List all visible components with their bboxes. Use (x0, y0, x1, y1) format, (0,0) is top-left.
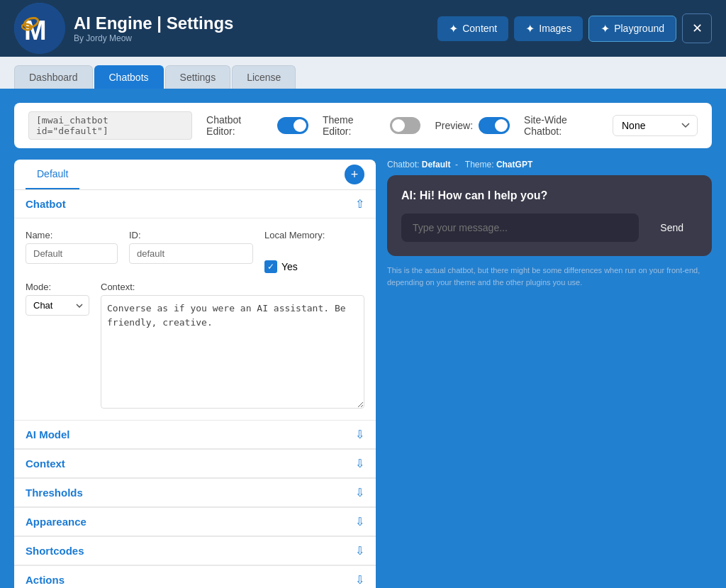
inner-tab-default[interactable]: Default (26, 160, 79, 189)
appearance-section-header[interactable]: Appareance ⇩ (14, 508, 376, 536)
shortcodes-title: Shortcodes (26, 545, 84, 557)
preview-knob (495, 119, 508, 132)
ai-model-chevron-icon: ⇩ (355, 428, 364, 441)
ai-greeting: AI: Hi! How can I help you? (401, 189, 698, 202)
content-nav-label: Content (462, 23, 497, 34)
shortcodes-chevron-icon: ⇩ (355, 544, 364, 558)
appearance-chevron-icon: ⇩ (355, 515, 364, 528)
playground-star-icon: ✦ (601, 22, 610, 35)
site-wide-select[interactable]: None (613, 115, 698, 136)
actions-section-header[interactable]: Actions ⇩ (14, 566, 376, 588)
content-nav-button[interactable]: ✦ Content (437, 16, 508, 41)
context-section-header[interactable]: Context ⇩ (14, 450, 376, 478)
context-textarea[interactable]: Converse as if you were an AI assistant.… (101, 295, 364, 409)
name-input[interactable] (26, 243, 118, 264)
local-memory-checkbox[interactable]: ✓ (264, 260, 277, 273)
thresholds-section: Thresholds ⇩ (14, 478, 376, 507)
local-memory-group: Local Memory: ✓ Yes (264, 230, 325, 273)
header-nav: ✦ Content ✦ Images ✦ Playground ✕ (437, 13, 712, 43)
name-label: Name: (26, 230, 118, 240)
ai-model-section: AI Model ⇩ (14, 420, 376, 449)
shortcodes-section: Shortcodes ⇩ (14, 536, 376, 565)
chatbot-editor-knob (294, 119, 306, 132)
logo-text: AI Engine | Settings By Jordy Meow (74, 13, 233, 43)
tab-dashboard[interactable]: Dashboard (14, 65, 93, 89)
context-chevron-icon: ⇩ (355, 457, 364, 470)
context-label: Context: (101, 282, 364, 292)
images-star-icon: ✦ (525, 22, 535, 35)
chat-preview: AI: Hi! How can I help you? Send (387, 175, 712, 256)
chatbot-section-title: Chatbot (26, 198, 66, 210)
preview-toggle-group: Preview: (435, 117, 510, 134)
tab-license[interactable]: License (232, 65, 296, 89)
appearance-section: Appareance ⇩ (14, 507, 376, 536)
id-group: ID: (129, 230, 253, 264)
ai-model-title: AI Model (26, 428, 70, 440)
shortcode-tag: [mwai_chatbot id="default"] (28, 111, 192, 140)
send-label: Send (660, 222, 683, 233)
content-star-icon: ✦ (449, 22, 458, 35)
id-input[interactable] (129, 243, 253, 264)
chatbot-editor-label: Chatbot Editor: (206, 114, 272, 137)
chatbot-section-content: Name: ID: Local Memory: ✓ Yes (14, 218, 376, 420)
theme-editor-label: Theme Editor: (323, 114, 384, 137)
logo-area: M AI Engine | Settings By Jordy Meow (14, 3, 233, 54)
chatbot-info-label: Chatbot: (387, 160, 419, 170)
app-title: AI Engine | Settings (74, 13, 233, 33)
theme-info-label: Theme: (465, 160, 494, 170)
local-memory-yes-label: Yes (281, 261, 298, 272)
appearance-title: Appareance (26, 516, 86, 528)
tab-settings[interactable]: Settings (165, 65, 231, 89)
thresholds-section-header[interactable]: Thresholds ⇩ (14, 479, 376, 507)
context-section: Context ⇩ (14, 449, 376, 478)
chatbot-editor-toggle-group: Chatbot Editor: (206, 114, 308, 137)
main-content: [mwai_chatbot id="default"] Chatbot Edit… (0, 89, 726, 588)
theme-editor-knob (392, 119, 405, 132)
preview-label: Preview: (435, 120, 473, 131)
thresholds-chevron-icon: ⇩ (355, 486, 364, 499)
right-panel: Chatbot: Default - Theme: ChatGPT AI: Hi… (387, 160, 712, 588)
chatbot-editor-toggle[interactable] (277, 117, 308, 134)
app-subtitle: By Jordy Meow (74, 33, 233, 43)
close-icon: ✕ (692, 21, 703, 36)
logo-icon: M (14, 3, 65, 54)
send-button[interactable]: Send (646, 215, 698, 240)
images-nav-button[interactable]: ✦ Images (514, 16, 583, 41)
left-panel: Default + Chatbot ⇧ Name: (14, 160, 376, 588)
actions-chevron-icon: ⇩ (355, 573, 364, 587)
add-chatbot-button[interactable]: + (345, 165, 364, 184)
playground-nav-label: Playground (614, 23, 664, 34)
name-id-row: Name: ID: Local Memory: ✓ Yes (26, 230, 364, 273)
shortcodes-section-header[interactable]: Shortcodes ⇩ (14, 537, 376, 565)
images-nav-label: Images (539, 23, 571, 34)
name-group: Name: (26, 230, 118, 264)
mode-context-row: Mode: Chat Assistant Images Context: Con… (26, 282, 364, 409)
chatbot-chevron-icon: ⇧ (355, 197, 364, 211)
actions-section: Actions ⇩ (14, 565, 376, 588)
id-label: ID: (129, 230, 253, 240)
local-memory-label: Local Memory: (264, 230, 325, 240)
toolbar-row: [mwai_chatbot id="default"] Chatbot Edit… (14, 103, 712, 148)
header: M AI Engine | Settings By Jordy Meow ✦ C… (0, 0, 726, 57)
playground-nav-button[interactable]: ✦ Playground (588, 16, 676, 42)
context-section-title: Context (26, 457, 65, 470)
mode-label: Mode: (26, 282, 89, 292)
preview-toggle[interactable] (479, 117, 510, 134)
tab-chatbots[interactable]: Chatbots (94, 65, 164, 89)
mode-group: Mode: Chat Assistant Images (26, 282, 89, 316)
chatbot-section-header[interactable]: Chatbot ⇧ (14, 190, 376, 218)
local-memory-checkbox-group: ✓ Yes (264, 260, 325, 273)
close-button[interactable]: ✕ (682, 13, 712, 43)
theme-info-name: ChatGPT (496, 160, 532, 170)
mode-select[interactable]: Chat Assistant Images (26, 295, 89, 316)
theme-editor-toggle[interactable] (390, 117, 421, 134)
chatbot-info-name: Default (422, 160, 451, 170)
add-icon: + (351, 167, 359, 182)
inner-tabs: Default + (14, 160, 376, 190)
message-input[interactable] (401, 213, 639, 242)
two-column-layout: Default + Chatbot ⇧ Name: (14, 160, 712, 588)
actions-title: Actions (26, 574, 65, 586)
theme-editor-toggle-group: Theme Editor: (323, 114, 420, 137)
ai-model-section-header[interactable]: AI Model ⇩ (14, 421, 376, 449)
site-wide-label: Site-Wide Chatbot: (524, 114, 605, 137)
